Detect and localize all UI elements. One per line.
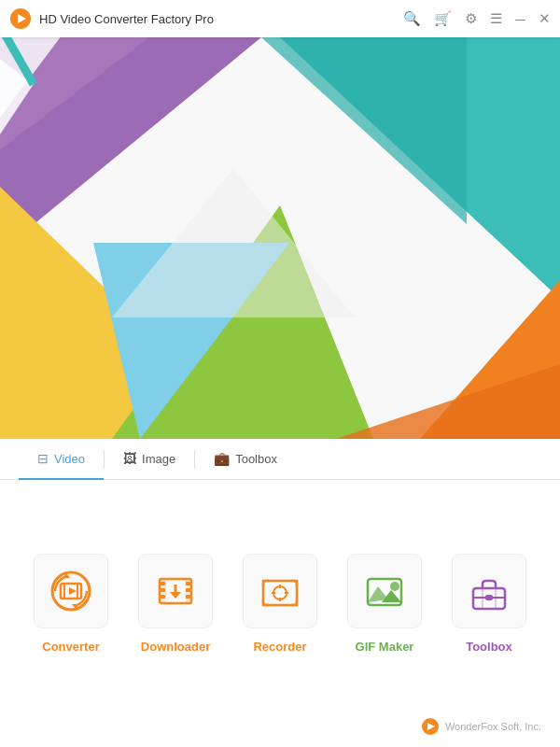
footer: WonderFox Soft, Inc. xyxy=(0,717,560,747)
recorder-label: Recorder xyxy=(253,640,306,654)
bottom-section: ⊟ Video 🖼 Image 💼 Toolbox xyxy=(0,439,560,747)
app-title: HD Video Converter Factory Pro xyxy=(39,12,403,26)
settings-icon[interactable]: ⚙ xyxy=(465,10,477,27)
svg-rect-29 xyxy=(161,582,165,585)
svg-point-46 xyxy=(390,582,399,591)
svg-rect-32 xyxy=(186,582,190,585)
tab-toolbox[interactable]: 💼 Toolbox xyxy=(195,439,296,480)
wonderfox-logo-icon xyxy=(421,717,440,736)
toolbox-label: Toolbox xyxy=(466,640,512,654)
title-controls: 🔍 🛒 ⚙ ☰ ─ ✕ xyxy=(403,10,551,27)
toolbox-tab-icon: 💼 xyxy=(214,451,230,466)
close-button[interactable]: ✕ xyxy=(539,10,551,27)
hero-banner xyxy=(0,37,560,439)
video-tab-icon: ⊟ xyxy=(37,451,49,466)
app-logo-icon xyxy=(9,7,32,30)
title-bar: HD Video Converter Factory Pro 🔍 🛒 ⚙ ☰ ─… xyxy=(0,0,560,37)
converter-icon-box xyxy=(34,554,108,628)
svg-rect-37 xyxy=(263,581,297,605)
gif-maker-card[interactable]: GIF Maker xyxy=(338,554,431,654)
converter-card[interactable]: Converter xyxy=(24,554,118,654)
converter-label: Converter xyxy=(42,640,99,654)
downloader-label: Downloader xyxy=(141,640,210,654)
gif-maker-icon-box xyxy=(347,554,422,628)
svg-rect-31 xyxy=(161,595,165,599)
recorder-icon xyxy=(259,570,301,613)
image-tab-icon: 🖼 xyxy=(123,451,136,466)
svg-point-38 xyxy=(273,586,287,599)
tab-image[interactable]: 🖼 Image xyxy=(105,439,194,480)
svg-marker-23 xyxy=(69,587,77,595)
tabs-bar: ⊟ Video 🖼 Image 💼 Toolbox xyxy=(0,439,560,480)
toolbox-tab-label: Toolbox xyxy=(235,452,277,466)
gif-maker-label: GIF Maker xyxy=(356,640,414,654)
svg-rect-49 xyxy=(485,595,493,600)
svg-rect-30 xyxy=(161,588,165,592)
toolbox-card[interactable]: Toolbox xyxy=(442,554,536,654)
svg-rect-33 xyxy=(186,588,190,592)
gif-maker-icon xyxy=(363,570,406,613)
menu-icon[interactable]: ☰ xyxy=(490,10,502,27)
cart-icon[interactable]: 🛒 xyxy=(434,10,452,27)
search-icon[interactable]: 🔍 xyxy=(403,10,421,27)
downloader-icon-box xyxy=(138,554,213,628)
toolbox-icon xyxy=(468,570,511,613)
minimize-button[interactable]: ─ xyxy=(515,11,525,27)
downloader-icon xyxy=(154,570,197,613)
recorder-card[interactable]: Recorder xyxy=(233,554,327,654)
toolbox-icon-box xyxy=(452,554,526,628)
tools-grid: Converter xyxy=(0,480,560,717)
converter-icon xyxy=(49,570,92,613)
video-tab-label: Video xyxy=(54,452,85,466)
footer-company: WonderFox Soft, Inc. xyxy=(445,721,541,732)
svg-marker-36 xyxy=(170,592,181,599)
tab-video[interactable]: ⊟ Video xyxy=(19,439,104,480)
app-icon xyxy=(0,37,280,218)
recorder-icon-box xyxy=(243,554,317,628)
image-tab-label: Image xyxy=(142,452,175,466)
downloader-card[interactable]: Downloader xyxy=(129,554,222,654)
svg-rect-34 xyxy=(186,595,190,599)
